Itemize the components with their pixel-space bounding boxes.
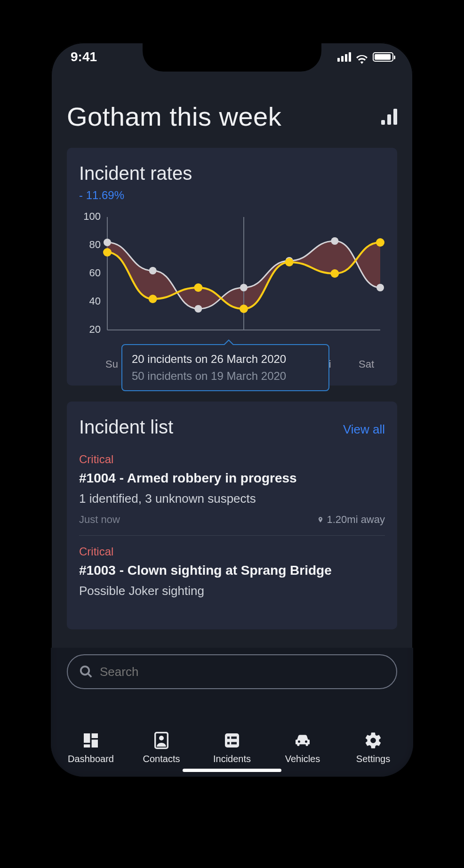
home-indicator[interactable] <box>183 769 281 772</box>
svg-point-4 <box>149 267 157 274</box>
view-all-link[interactable]: View all <box>343 422 385 437</box>
svg-rect-28 <box>227 742 230 744</box>
svg-point-3 <box>104 239 111 246</box>
nav-label: Dashboard <box>68 754 114 764</box>
nav-label: Contacts <box>143 754 180 764</box>
svg-rect-21 <box>92 739 98 747</box>
settings-icon <box>364 731 383 750</box>
svg-rect-22 <box>84 744 90 747</box>
search-icon <box>79 665 93 679</box>
svg-rect-19 <box>84 733 90 743</box>
svg-rect-25 <box>225 733 239 747</box>
incident-severity: Critical <box>79 453 385 466</box>
page-title: Gotham this week <box>67 101 281 132</box>
bottom-nav: Dashboard Contacts Incidents Vehicles Se… <box>51 708 413 764</box>
device-notch <box>143 42 321 72</box>
status-icons <box>337 52 393 62</box>
status-time: 9:41 <box>71 49 97 64</box>
incident-title: #1004 - Armed robbery in progress <box>79 471 385 486</box>
chart-tooltip: 20 incidents on 26 March 2020 50 inciden… <box>121 344 329 391</box>
svg-point-8 <box>331 237 338 245</box>
incident-title: #1003 - Clown sighting at Sprang Bridge <box>79 563 385 578</box>
contacts-icon <box>152 731 171 750</box>
nav-incidents[interactable]: Incidents <box>204 731 260 764</box>
svg-point-5 <box>194 305 202 313</box>
svg-rect-27 <box>231 737 237 739</box>
nav-vehicles[interactable]: Vehicles <box>274 731 331 764</box>
x-tick-sun: Su <box>105 358 118 370</box>
search-field[interactable] <box>67 654 397 689</box>
svg-point-16 <box>376 238 384 247</box>
tooltip-current: 20 incidents on 26 March 2020 <box>132 353 319 366</box>
chart-delta: - 11.69% <box>79 189 385 202</box>
svg-point-24 <box>159 736 164 740</box>
svg-point-11 <box>149 295 157 303</box>
tooltip-previous: 50 incidents on 19 March 2020 <box>132 370 319 383</box>
svg-rect-29 <box>231 742 237 744</box>
vehicles-icon <box>293 731 312 750</box>
incident-item[interactable]: Critical #1003 - Clown sighting at Spran… <box>79 545 385 615</box>
svg-rect-26 <box>227 737 230 739</box>
incidents-icon <box>223 731 241 750</box>
dashboard-icon <box>81 731 100 750</box>
svg-rect-20 <box>92 733 98 738</box>
nav-dashboard[interactable]: Dashboard <box>63 731 119 764</box>
svg-point-15 <box>330 269 339 278</box>
stats-icon[interactable] <box>381 109 397 125</box>
bottom-bar: Dashboard Contacts Incidents Vehicles Se… <box>51 648 413 777</box>
chart-title: Incident rates <box>79 163 385 184</box>
x-tick-sat: Sat <box>359 358 374 370</box>
battery-icon <box>373 52 393 62</box>
incident-description: Possible Joker sighting <box>79 584 385 598</box>
nav-label: Vehicles <box>285 754 320 764</box>
location-pin-icon <box>317 515 324 524</box>
incident-rates-card: Incident rates - 11.69% 100 80 60 40 20 … <box>67 148 397 386</box>
nav-settings[interactable]: Settings <box>345 731 401 764</box>
svg-point-10 <box>103 248 112 257</box>
nav-label: Settings <box>356 754 390 764</box>
incident-distance: 1.20mi away <box>327 514 385 526</box>
incident-item[interactable]: Critical #1004 - Armed robbery in progre… <box>79 453 385 536</box>
svg-line-18 <box>88 674 92 677</box>
incident-description: 1 identified, 3 unknown suspects <box>79 491 385 506</box>
incident-time: Just now <box>79 514 120 526</box>
cellular-signal-icon <box>337 52 351 62</box>
chart-svg <box>79 212 385 354</box>
svg-point-14 <box>285 258 294 266</box>
incident-rates-chart[interactable]: 100 80 60 40 20 Su Mon Tue Wed Thu Fri S… <box>79 212 385 372</box>
phone-frame: 9:41 Gotham this week Incident rates - 1… <box>51 42 413 777</box>
incident-list-card: Incident list View all Critical #1004 - … <box>67 402 397 629</box>
svg-point-9 <box>376 284 384 291</box>
svg-point-12 <box>194 283 202 292</box>
nav-contacts[interactable]: Contacts <box>133 731 190 764</box>
incident-list-title: Incident list <box>79 417 173 438</box>
svg-point-17 <box>81 667 89 675</box>
svg-point-6 <box>240 284 248 291</box>
wifi-icon <box>356 52 368 62</box>
incident-severity: Critical <box>79 545 385 558</box>
svg-point-13 <box>240 305 248 313</box>
nav-label: Incidents <box>213 754 251 764</box>
search-input[interactable] <box>100 665 385 679</box>
